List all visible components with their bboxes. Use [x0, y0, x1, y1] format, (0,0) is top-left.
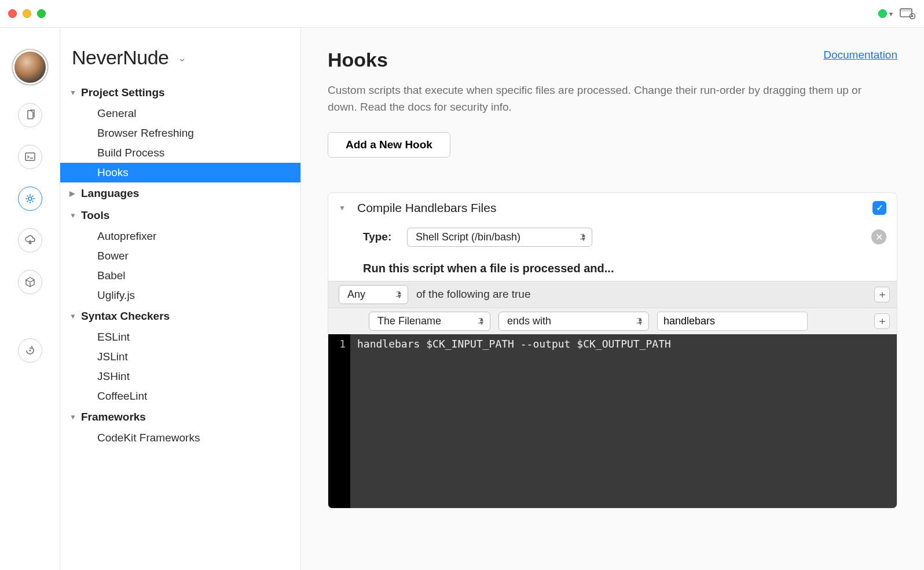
match-suffix-label: of the following are true: [416, 288, 531, 301]
condition-row: The Filename ▲▼ ends with ▲▼ ＋: [328, 308, 897, 334]
nav-group-syntax-checkers[interactable]: ▼Syntax Checkers: [60, 305, 300, 327]
condition-operator-select[interactable]: ends with ▲▼: [498, 312, 649, 331]
hook-title: Compile Handlebars Files: [357, 201, 496, 215]
nav-group-label: Syntax Checkers: [81, 310, 170, 323]
svg-rect-1: [900, 9, 912, 12]
add-hook-button[interactable]: Add a New Hook: [328, 132, 450, 158]
nav-item-codekit-frameworks[interactable]: CodeKit Frameworks: [60, 428, 300, 448]
refresh-tab-button[interactable]: [18, 338, 42, 363]
nav-item-jslint[interactable]: JSLint: [60, 347, 300, 367]
nav-item-babel[interactable]: Babel: [60, 266, 300, 286]
hook-enabled-checkbox[interactable]: ✓: [872, 201, 886, 215]
type-label: Type:: [363, 231, 398, 243]
page-title: Hooks: [328, 49, 388, 71]
nav-group-label: Frameworks: [81, 411, 146, 423]
zoom-window-button[interactable]: [37, 9, 46, 18]
disclosure-triangle-icon[interactable]: ▼: [339, 204, 350, 212]
match-mode-select[interactable]: Any ▲▼: [339, 285, 408, 304]
hook-type-select[interactable]: Shell Script (/bin/bash) ▲▼: [407, 228, 592, 247]
stepper-arrows-icon: ▲▼: [397, 290, 402, 298]
gear-icon: [24, 193, 36, 204]
project-name: NeverNude: [72, 46, 168, 69]
stepper-arrows-icon: ▲▼: [479, 317, 485, 325]
nav-item-coffeelint[interactable]: CoffeeLint: [60, 386, 300, 406]
disclosure-triangle-icon: ▶: [69, 189, 81, 198]
cloud-download-icon: [24, 235, 36, 246]
server-status-indicator[interactable]: ▾: [878, 9, 893, 18]
refresh-icon: [24, 345, 36, 356]
editor-gutter: 1: [328, 334, 350, 508]
titlebar: ▾: [0, 0, 924, 28]
hook-card: ▼ Compile Handlebars Files ✓ Type: Shell…: [328, 192, 897, 509]
condition-field-select[interactable]: The Filename ▲▼: [369, 312, 490, 331]
settings-tab-button[interactable]: [18, 187, 42, 211]
select-value: Shell Script (/bin/bash): [416, 231, 520, 243]
sidebar: NeverNude ⌄ ▼Project Settings General Br…: [60, 28, 301, 570]
nav-group-tools[interactable]: ▼Tools: [60, 204, 300, 226]
terminal-icon: [24, 151, 36, 163]
chevron-down-icon: ▾: [889, 10, 893, 18]
nav-group-label: Project Settings: [81, 86, 165, 99]
nav-group-project-settings[interactable]: ▼Project Settings: [60, 82, 300, 104]
icon-rail: [0, 28, 60, 570]
svg-point-3: [911, 15, 913, 17]
cloud-tab-button[interactable]: [18, 228, 42, 253]
condition-value-input[interactable]: [657, 312, 808, 331]
minimize-window-button[interactable]: [23, 9, 31, 18]
svg-rect-4: [25, 153, 35, 160]
svg-point-5: [28, 197, 32, 200]
stepper-arrows-icon: ▲▼: [637, 317, 643, 325]
status-dot-icon: [878, 9, 887, 18]
content-pane: Hooks Documentation Custom scripts that …: [301, 28, 924, 570]
select-value: Any: [347, 288, 365, 301]
add-condition-button[interactable]: ＋: [874, 313, 890, 329]
add-condition-group-button[interactable]: ＋: [874, 287, 890, 302]
page-description: Custom scripts that execute when specifi…: [328, 82, 883, 116]
svg-point-6: [29, 350, 31, 352]
disclosure-triangle-icon: ▼: [69, 211, 81, 220]
select-value: ends with: [507, 315, 551, 327]
editor-code[interactable]: handlebars $CK_INPUT_PATH --output $CK_O…: [350, 334, 897, 508]
nav-item-browser-refreshing[interactable]: Browser Refreshing: [60, 123, 300, 143]
nav-item-jshint[interactable]: JSHint: [60, 367, 300, 386]
nav-item-eslint[interactable]: ESLint: [60, 327, 300, 347]
disclosure-triangle-icon: ▼: [69, 413, 81, 421]
select-value: The Filename: [377, 315, 441, 327]
script-editor[interactable]: 1 handlebars $CK_INPUT_PATH --output $CK…: [328, 334, 897, 508]
project-avatar[interactable]: [12, 49, 49, 86]
nav-item-hooks[interactable]: Hooks: [60, 163, 300, 182]
preview-button[interactable]: [900, 8, 916, 20]
condition-group-row: Any ▲▼ of the following are true ＋: [328, 281, 897, 308]
chevron-down-icon: ⌄: [178, 52, 186, 64]
nav-item-autoprefixer[interactable]: Autoprefixer: [60, 226, 300, 246]
disclosure-triangle-icon: ▼: [69, 89, 81, 97]
settings-nav: ▼Project Settings General Browser Refres…: [60, 82, 300, 459]
terminal-tab-button[interactable]: [18, 145, 42, 169]
run-conditions-label: Run this script when a file is processed…: [328, 255, 897, 281]
nav-item-general[interactable]: General: [60, 104, 300, 123]
window-controls: [8, 9, 46, 18]
project-switcher[interactable]: NeverNude ⌄: [60, 28, 300, 82]
stepper-arrows-icon: ▲▼: [581, 233, 586, 241]
delete-hook-button[interactable]: ✕: [871, 229, 886, 244]
nav-group-label: Tools: [81, 209, 109, 222]
files-tab-button[interactable]: [18, 103, 42, 127]
nav-group-label: Languages: [81, 187, 139, 200]
box-icon: [24, 276, 36, 288]
files-icon: [24, 109, 36, 121]
nav-group-frameworks[interactable]: ▼Frameworks: [60, 406, 300, 428]
disclosure-triangle-icon: ▼: [69, 312, 81, 320]
nav-item-build-process[interactable]: Build Process: [60, 143, 300, 163]
preview-icon: [900, 8, 916, 20]
documentation-link[interactable]: Documentation: [823, 49, 897, 61]
nav-group-languages[interactable]: ▶Languages: [60, 182, 300, 204]
packages-tab-button[interactable]: [18, 270, 42, 294]
nav-item-uglifyjs[interactable]: Uglify.js: [60, 286, 300, 305]
close-window-button[interactable]: [8, 9, 17, 18]
nav-item-bower[interactable]: Bower: [60, 246, 300, 266]
